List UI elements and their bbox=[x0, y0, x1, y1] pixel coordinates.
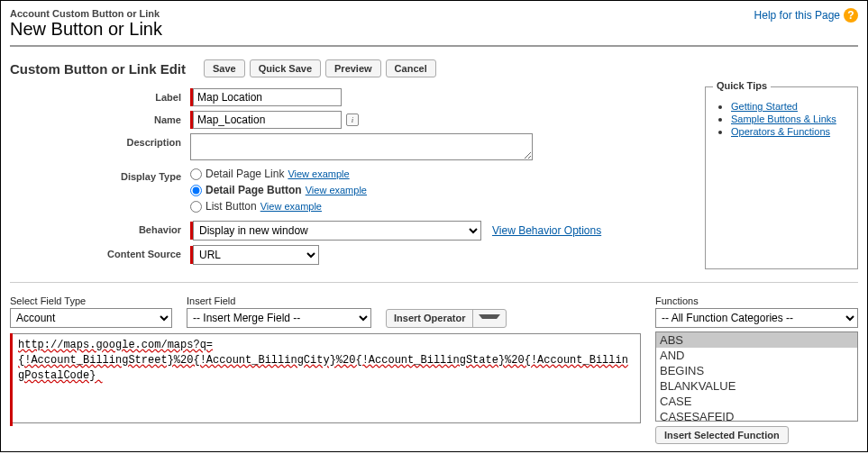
functions-listbox[interactable]: ABS AND BEGINS BLANKVALUE CASE CASESAFEI… bbox=[655, 331, 858, 422]
insert-selected-function-button[interactable]: Insert Selected Function bbox=[655, 426, 789, 444]
quick-save-button[interactable]: Quick Save bbox=[250, 59, 321, 77]
help-for-page-link[interactable]: Help for this Page ? bbox=[754, 8, 858, 23]
radio-detail-page-button[interactable] bbox=[190, 185, 202, 196]
functions-label: Functions bbox=[655, 295, 858, 306]
help-icon: ? bbox=[844, 8, 858, 23]
content-source-select[interactable]: URL bbox=[193, 245, 319, 265]
preview-button[interactable]: Preview bbox=[325, 59, 381, 77]
label-description: Description bbox=[10, 133, 190, 148]
label-input[interactable] bbox=[193, 88, 342, 106]
view-behavior-options-link[interactable]: View Behavior Options bbox=[492, 224, 601, 237]
info-icon[interactable]: i bbox=[346, 113, 359, 126]
quick-tips-title: Quick Tips bbox=[713, 80, 771, 91]
radio-label: List Button bbox=[206, 200, 257, 213]
select-field-type[interactable]: Account bbox=[10, 308, 172, 328]
function-item[interactable]: CASESAFEID bbox=[656, 409, 857, 422]
function-item[interactable]: CASE bbox=[656, 394, 857, 409]
functions-category-select[interactable]: -- All Function Categories -- bbox=[655, 308, 858, 328]
radio-list-button[interactable] bbox=[190, 201, 202, 213]
insert-operator-button[interactable]: Insert Operator bbox=[386, 309, 507, 328]
behavior-select[interactable]: Display in new window bbox=[193, 221, 481, 241]
cancel-button[interactable]: Cancel bbox=[386, 59, 436, 77]
label-display-type: Display Type bbox=[10, 168, 190, 182]
insert-field-label: Insert Field bbox=[187, 295, 371, 306]
save-button[interactable]: Save bbox=[204, 59, 245, 77]
quick-tips-panel: Quick Tips Getting Started Sample Button… bbox=[705, 86, 858, 269]
view-example-link[interactable]: View example bbox=[260, 201, 322, 212]
breadcrumb: Account Custom Button or Link bbox=[10, 8, 162, 19]
quick-tip-link-sample-buttons[interactable]: Sample Buttons & Links bbox=[731, 113, 836, 124]
insert-field-select[interactable]: -- Insert Merge Field -- bbox=[187, 308, 371, 328]
radio-label: Detail Page Button bbox=[206, 184, 302, 196]
select-field-type-label: Select Field Type bbox=[10, 295, 172, 306]
function-item[interactable]: BEGINS bbox=[656, 363, 857, 378]
function-item[interactable]: ABS bbox=[656, 332, 857, 348]
description-textarea[interactable] bbox=[190, 133, 533, 160]
view-example-link[interactable]: View example bbox=[288, 168, 349, 179]
label-name: Name bbox=[10, 111, 190, 125]
radio-label: Detail Page Link bbox=[206, 168, 284, 180]
function-item[interactable]: BLANKVALUE bbox=[656, 378, 857, 394]
label-label: Label bbox=[10, 88, 190, 103]
radio-detail-page-link[interactable] bbox=[190, 168, 202, 180]
required-marker bbox=[10, 333, 13, 426]
label-content-source: Content Source bbox=[10, 245, 190, 259]
chevron-down-icon bbox=[472, 310, 506, 327]
quick-tip-link-operators[interactable]: Operators & Functions bbox=[731, 126, 830, 137]
label-behavior: Behavior bbox=[10, 221, 190, 235]
view-example-link[interactable]: View example bbox=[306, 185, 367, 195]
quick-tip-link-getting-started[interactable]: Getting Started bbox=[731, 101, 798, 112]
section-title: Custom Button or Link Edit bbox=[10, 61, 186, 77]
function-item[interactable]: AND bbox=[656, 348, 857, 363]
page-title: New Button or Link bbox=[10, 19, 162, 40]
name-input[interactable] bbox=[193, 111, 342, 129]
formula-textarea[interactable]: http://maps.google.com/maps?q={!Account_… bbox=[10, 333, 641, 423]
